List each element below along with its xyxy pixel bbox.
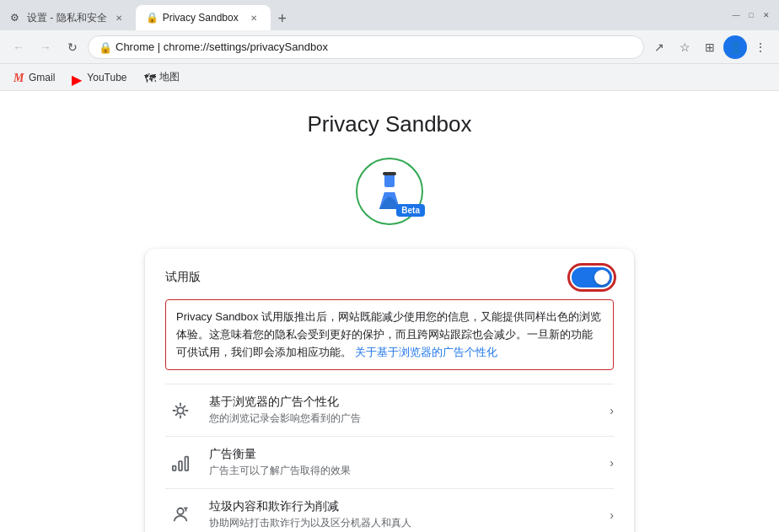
toolbar: ← → ↻ 🔒 Chrome | chrome://settings/priva… xyxy=(0,30,779,64)
ad-measurement-title: 广告衡量 xyxy=(209,447,596,462)
settings-tab-icon: ⚙ xyxy=(10,12,22,24)
svg-rect-0 xyxy=(384,174,395,187)
privacy-sandbox-tab-icon: 🔒 xyxy=(146,12,158,24)
beta-icon-container: Beta xyxy=(356,158,423,225)
settings-item-spam-reduction[interactable]: 垃圾内容和欺诈行为削减 协助网站打击欺诈行为以及区分机器人和真人 › xyxy=(165,488,614,532)
svg-rect-1 xyxy=(383,172,396,175)
svg-rect-3 xyxy=(173,466,176,471)
reload-button[interactable]: ↻ xyxy=(61,35,84,59)
youtube-icon: ▶ xyxy=(72,72,83,83)
ad-measurement-content: 广告衡量 广告主可以了解广告取得的效果 xyxy=(209,447,596,478)
omnibox-security-icon: 🔒 xyxy=(99,41,110,53)
ad-personalization-content: 基于浏览器的广告个性化 您的浏览记录会影响您看到的广告 xyxy=(209,395,596,426)
settings-tab-label: 设置 - 隐私和安全 xyxy=(27,11,107,25)
tab-strip: ⚙ 设置 - 隐私和安全 ✕ 🔒 Privacy Sandbox ✕ + xyxy=(0,0,723,30)
profile-button[interactable]: 👤 xyxy=(723,35,747,59)
privacy-sandbox-tab[interactable]: 🔒 Privacy Sandbox ✕ xyxy=(136,5,271,30)
svg-point-6 xyxy=(177,508,183,514)
trial-header: 试用版 xyxy=(165,266,614,289)
omnibox[interactable]: 🔒 Chrome | chrome://settings/privacySand… xyxy=(88,35,644,59)
toggle-container[interactable] xyxy=(570,266,614,289)
trial-toggle[interactable] xyxy=(572,267,612,287)
gmail-icon: M xyxy=(13,72,25,83)
description-box: Privacy Sandbox 试用版推出后，网站既能减少使用您的信息，又能提供… xyxy=(165,299,614,370)
flask-circle: Beta xyxy=(356,158,423,225)
maximize-button[interactable]: □ xyxy=(745,9,757,21)
privacy-sandbox-tab-close[interactable]: ✕ xyxy=(247,11,261,24)
new-tab-button[interactable]: + xyxy=(271,7,294,30)
ad-measurement-arrow: › xyxy=(610,456,614,470)
page-title: Privacy Sandbox xyxy=(307,111,471,137)
beta-badge: Beta xyxy=(396,204,425,217)
bookmarks-bar: M Gmail ▶ YouTube 🗺 地图 xyxy=(0,64,779,91)
ad-personalization-title: 基于浏览器的广告个性化 xyxy=(209,395,596,410)
maps-icon: 🗺 xyxy=(144,72,156,83)
description-link[interactable]: 关于基于浏览器的广告个性化 xyxy=(355,346,497,358)
bookmark-youtube[interactable]: ▶ YouTube xyxy=(65,67,133,88)
ad-measurement-icon xyxy=(165,448,196,478)
menu-button[interactable]: ⋮ xyxy=(749,35,772,59)
share-button[interactable]: ↗ xyxy=(647,35,671,59)
bookmark-gmail[interactable]: M Gmail xyxy=(7,67,62,88)
forward-button[interactable]: → xyxy=(34,35,57,59)
svg-point-2 xyxy=(177,407,183,413)
bookmark-maps[interactable]: 🗺 地图 xyxy=(137,67,186,88)
settings-tab[interactable]: ⚙ 设置 - 隐私和安全 ✕ xyxy=(0,5,136,30)
trial-label: 试用版 xyxy=(165,270,201,285)
spam-reduction-content: 垃圾内容和欺诈行为削减 协助网站打击欺诈行为以及区分机器人和真人 xyxy=(209,499,596,530)
youtube-label: YouTube xyxy=(87,72,126,83)
ad-personalization-arrow: › xyxy=(610,404,614,417)
ad-measurement-subtitle: 广告主可以了解广告取得的效果 xyxy=(209,464,596,478)
maps-label: 地图 xyxy=(159,70,180,84)
description-text: Privacy Sandbox 试用版推出后，网站既能减少使用您的信息，又能提供… xyxy=(176,309,603,361)
ad-personalization-icon xyxy=(165,395,196,426)
settings-item-ad-measurement[interactable]: 广告衡量 广告主可以了解广告取得的效果 › xyxy=(165,436,614,488)
settings-card: 试用版 Privacy Sandbox 试用版推出后，网站既能减少使用您的信息，… xyxy=(145,249,634,532)
extensions-button[interactable]: ⊞ xyxy=(698,35,722,59)
settings-tab-close[interactable]: ✕ xyxy=(112,11,126,24)
settings-items-list: 基于浏览器的广告个性化 您的浏览记录会影响您看到的广告 › 广告衡量 广告主可以… xyxy=(165,384,614,532)
bookmark-button[interactable]: ☆ xyxy=(673,35,696,59)
settings-item-ad-personalization[interactable]: 基于浏览器的广告个性化 您的浏览记录会影响您看到的广告 › xyxy=(165,384,614,436)
gmail-label: Gmail xyxy=(29,72,55,83)
titlebar: ⚙ 设置 - 隐私和安全 ✕ 🔒 Privacy Sandbox ✕ + — □… xyxy=(0,0,779,30)
svg-rect-5 xyxy=(185,457,189,471)
spam-reduction-subtitle: 协助网站打击欺诈行为以及区分机器人和真人 xyxy=(209,516,596,530)
spam-reduction-arrow: › xyxy=(610,508,614,522)
toolbar-right: ↗ ☆ ⊞ 👤 ⋮ xyxy=(647,35,772,59)
omnibox-url: Chrome | chrome://settings/privacySandbo… xyxy=(116,40,628,53)
minimize-button[interactable]: — xyxy=(730,9,742,21)
window-controls: — □ ✕ xyxy=(723,9,779,21)
toggle-knob xyxy=(594,270,610,285)
page-content: Privacy Sandbox Beta 试用版 xyxy=(0,91,779,532)
ad-personalization-subtitle: 您的浏览记录会影响您看到的广告 xyxy=(209,411,596,426)
svg-rect-4 xyxy=(179,461,182,470)
spam-reduction-icon xyxy=(165,500,196,530)
back-button[interactable]: ← xyxy=(7,35,30,59)
spam-reduction-title: 垃圾内容和欺诈行为削减 xyxy=(209,499,596,514)
privacy-sandbox-tab-label: Privacy Sandbox xyxy=(163,12,242,24)
close-button[interactable]: ✕ xyxy=(760,9,772,21)
